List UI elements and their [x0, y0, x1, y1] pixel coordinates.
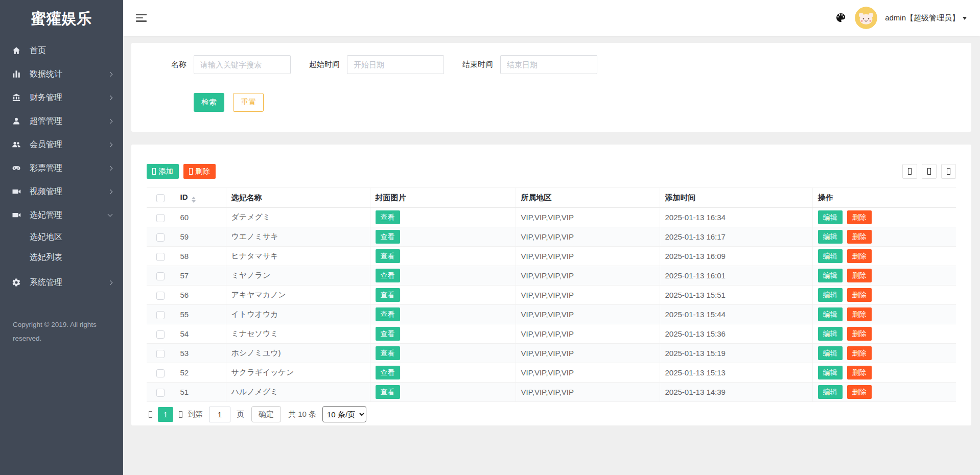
cell-id: 56 [175, 286, 226, 305]
page-size-select[interactable]: 10 条/页 [322, 406, 366, 422]
row-delete-button[interactable]: 删除 [847, 288, 872, 302]
view-button[interactable]: 查看 [376, 385, 400, 399]
cell-id: 54 [175, 324, 226, 344]
view-button[interactable]: 查看 [376, 366, 400, 379]
chevron-right-icon [108, 119, 113, 124]
sidebar-item-finance[interactable]: 财务管理 [0, 86, 123, 109]
next-page-button[interactable] [177, 411, 184, 418]
row-checkbox[interactable] [156, 330, 165, 339]
row-delete-button[interactable]: 删除 [847, 366, 872, 379]
row-delete-button[interactable]: 删除 [847, 346, 872, 360]
row-checkbox[interactable] [156, 292, 165, 300]
row-delete-button[interactable]: 删除 [847, 307, 872, 321]
end-date-input[interactable] [500, 55, 597, 74]
topbar-right: admin【超级管理员】 [835, 7, 967, 29]
view-button[interactable]: 查看 [376, 230, 400, 244]
row-delete-button[interactable]: 删除 [847, 385, 872, 399]
cell-id: 59 [175, 227, 226, 247]
main-area: admin【超级管理员】 名称 起始时间 [123, 0, 980, 475]
cell-time: 2025-01-13 15:51 [660, 286, 812, 305]
sidebar-item-system[interactable]: 系统管理 [0, 271, 123, 294]
row-checkbox[interactable] [156, 350, 165, 358]
view-button[interactable]: 查看 [376, 307, 400, 321]
sidebar-item-label: 首页 [30, 45, 112, 56]
view-button[interactable]: 查看 [376, 346, 400, 360]
row-checkbox[interactable] [156, 389, 165, 397]
search-button[interactable]: 检索 [194, 93, 224, 112]
row-checkbox[interactable] [156, 214, 165, 222]
row-checkbox[interactable] [156, 311, 165, 319]
sidebar-item-statistics[interactable]: 数据统计 [0, 62, 123, 86]
col-time: 添加时间 [660, 188, 812, 208]
edit-button[interactable]: 编辑 [818, 307, 843, 321]
sidebar-item-label: 彩票管理 [30, 163, 108, 174]
sidebar-item-superadmin[interactable]: 超管管理 [0, 109, 123, 133]
sidebar-item-home[interactable]: 首页 [0, 39, 123, 62]
next-page-icon [179, 411, 182, 418]
prev-page-button[interactable] [147, 411, 154, 418]
view-button[interactable]: 查看 [376, 327, 400, 341]
confirm-page-button[interactable]: 确定 [251, 406, 281, 422]
row-delete-button[interactable]: 删除 [847, 230, 872, 244]
user-menu[interactable]: admin【超级管理员】 [885, 13, 967, 23]
sidebar-item-lottery[interactable]: 彩票管理 [0, 156, 123, 180]
row-delete-button[interactable]: 删除 [847, 327, 872, 341]
view-button[interactable]: 查看 [376, 269, 400, 282]
view-button[interactable]: 查看 [376, 249, 400, 263]
name-input[interactable] [194, 55, 291, 74]
edit-button[interactable]: 编辑 [818, 210, 843, 224]
page-number-button[interactable]: 1 [158, 407, 173, 422]
cell-region: VIP,VIP,VIP,VIP [516, 324, 660, 344]
sidebar-item-label: 数据统计 [30, 69, 108, 80]
table-tool-print-button[interactable] [941, 164, 956, 179]
edit-button[interactable]: 编辑 [818, 385, 843, 399]
sidebar-item-label: 会员管理 [30, 139, 108, 150]
edit-button[interactable]: 编辑 [818, 366, 843, 379]
table-row: 59 ウエノミサキ 查看 VIP,VIP,VIP,VIP 2025-01-13 … [147, 227, 956, 247]
cell-name: サクラギイッケン [226, 363, 370, 383]
sidebar-item-video[interactable]: 视频管理 [0, 180, 123, 203]
row-checkbox[interactable] [156, 369, 165, 377]
cell-name: ダテメグミ [226, 208, 370, 227]
select-all-checkbox[interactable] [156, 194, 165, 202]
add-button[interactable]: 添加 [147, 164, 179, 179]
cell-id: 52 [175, 363, 226, 383]
edit-button[interactable]: 编辑 [818, 269, 843, 282]
row-delete-button[interactable]: 删除 [847, 210, 872, 224]
app-root: 蜜獾娱乐 首页 数据统计 财务管理 [0, 0, 980, 475]
sidebar-toggle-icon[interactable] [136, 14, 147, 22]
goto-suffix-label: 页 [237, 410, 244, 419]
edit-button[interactable]: 编辑 [818, 230, 843, 244]
delete-icon [189, 168, 193, 175]
row-checkbox[interactable] [156, 233, 165, 242]
delete-button[interactable]: 删除 [183, 164, 216, 179]
theme-palette-icon[interactable] [835, 12, 847, 24]
edit-button[interactable]: 编辑 [818, 327, 843, 341]
sidebar-subitem-concubine-region[interactable]: 选妃地区 [0, 227, 123, 247]
cell-region: VIP,VIP,VIP,VIP [516, 266, 660, 286]
avatar[interactable] [855, 7, 877, 29]
edit-button[interactable]: 编辑 [818, 288, 843, 302]
row-checkbox[interactable] [156, 272, 165, 280]
view-button[interactable]: 查看 [376, 210, 400, 224]
edit-button[interactable]: 编辑 [818, 346, 843, 360]
table-tool-filter-button[interactable] [902, 164, 917, 179]
start-date-input[interactable] [347, 55, 444, 74]
sidebar-item-concubine[interactable]: 选妃管理 [0, 203, 123, 227]
cell-name: ホシノミユウ) [226, 344, 370, 363]
view-button[interactable]: 查看 [376, 288, 400, 302]
edit-button[interactable]: 编辑 [818, 249, 843, 263]
cell-id: 51 [175, 383, 226, 402]
filter-icon [908, 168, 912, 175]
row-delete-button[interactable]: 删除 [847, 269, 872, 282]
sidebar-subitem-concubine-list[interactable]: 选妃列表 [0, 247, 123, 268]
row-delete-button[interactable]: 删除 [847, 249, 872, 263]
bank-icon [12, 93, 22, 102]
sidebar-item-members[interactable]: 会员管理 [0, 133, 123, 156]
goto-page-input[interactable] [209, 407, 230, 422]
chevron-right-icon [108, 166, 113, 171]
sort-icon[interactable] [192, 197, 196, 203]
table-tool-export-button[interactable] [922, 164, 937, 179]
row-checkbox[interactable] [156, 253, 165, 261]
reset-button[interactable]: 重置 [233, 93, 264, 112]
